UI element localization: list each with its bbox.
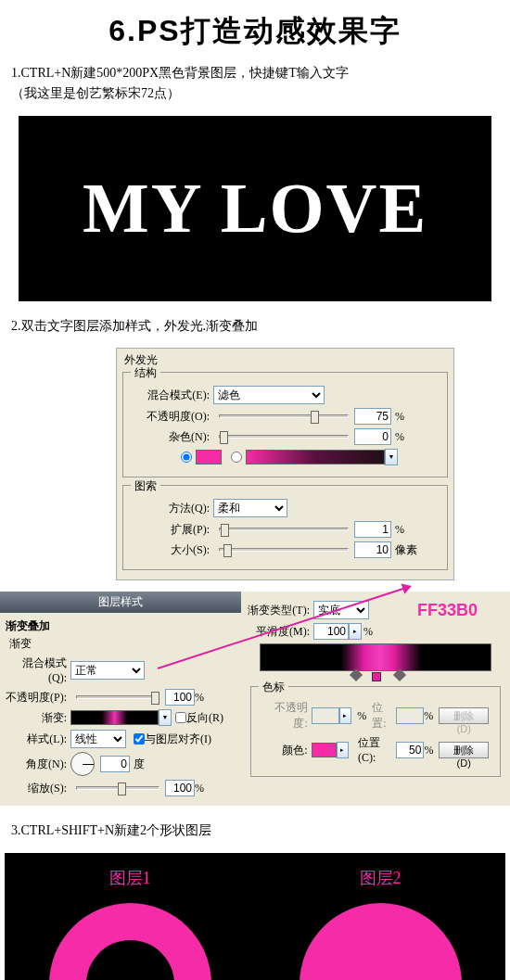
tutorial-title: 6.PS打造动感效果字 xyxy=(0,0,510,59)
ls-section: 渐变叠加 xyxy=(6,618,236,634)
blend-mode-select[interactable]: 滤色 xyxy=(213,386,325,404)
stops-legend: 色标 xyxy=(259,680,288,695)
gradient-editor-bar[interactable] xyxy=(260,643,491,671)
gtype-label: 渐变类型(T): xyxy=(247,603,313,618)
size-slider[interactable] xyxy=(219,548,349,552)
structure-fieldset: 结构 混合模式(E): 滤色 不透明度(O): % 杂色(N): % xyxy=(122,372,448,477)
opacity-slider[interactable] xyxy=(219,414,349,418)
pos-input[interactable] xyxy=(396,742,424,758)
ring-shape xyxy=(49,903,211,980)
gradient-swatch[interactable] xyxy=(246,450,385,465)
pct-unit: % xyxy=(363,625,373,639)
spread-input[interactable] xyxy=(354,521,391,538)
delete-button[interactable]: 删除(D) xyxy=(439,742,489,758)
ls-blend-select[interactable]: 正常 xyxy=(70,661,145,680)
pct-unit: % xyxy=(195,782,204,795)
pct-unit: % xyxy=(395,523,404,537)
spread-slider[interactable] xyxy=(219,528,349,531)
step1-text: 1.CTRL+N新建500*200PX黑色背景图层，快捷键T输入文字 （我这里是… xyxy=(0,59,510,108)
gradient-editor-panel: FF33B0 渐变类型(T): 实底 平滑度(M): ▸ % 色标 不透明度: … xyxy=(241,592,510,806)
pct-unit: % xyxy=(395,410,404,424)
smooth-dd[interactable]: ▸ xyxy=(349,623,362,640)
elements-legend: 图索 xyxy=(131,478,160,494)
layer1-label: 图层1 xyxy=(109,867,151,889)
stop-marker[interactable] xyxy=(350,668,363,681)
ls-blend-label: 混合模式(Q): xyxy=(6,655,70,685)
structure-legend: 结构 xyxy=(131,365,160,381)
ls-gradient-preview[interactable] xyxy=(70,710,159,725)
pos-label: 位置(C): xyxy=(358,735,396,765)
stop-color-swatch[interactable] xyxy=(312,743,337,757)
gradient-dropdown[interactable]: ▼ xyxy=(385,449,398,465)
method-select[interactable]: 柔和 xyxy=(213,499,287,517)
step1-line1: 1.CTRL+N新建500*200PX黑色背景图层，快捷键T输入文字 xyxy=(11,66,349,80)
canvas-text: MY LOVE xyxy=(83,168,427,248)
stops-fieldset: 色标 不透明度: ▸% 位置: % 删除(D) 颜色: ▸ 位置(C): % 删… xyxy=(250,686,501,777)
canvas-preview-1: MY LOVE xyxy=(19,116,491,301)
layer2-cell: 图层2 椭圆工 xyxy=(255,853,505,980)
stop-marker[interactable] xyxy=(393,668,406,681)
ls-angle-input[interactable] xyxy=(100,756,130,772)
align-checkbox[interactable] xyxy=(134,733,145,745)
ls-sub: 渐变 xyxy=(6,636,236,652)
spread-label: 扩展(P): xyxy=(134,522,213,538)
layer-style-panels: 图层样式 渐变叠加 渐变 混合模式(Q): 正常 不透明度(P): % 渐变: … xyxy=(0,592,510,806)
ls-opacity-input[interactable] xyxy=(165,689,195,706)
stop-pos-input xyxy=(396,707,424,724)
ls-style-label: 样式(L): xyxy=(6,732,70,747)
pct-unit: % xyxy=(395,430,404,444)
align-label: 与图层对齐(I) xyxy=(145,732,211,747)
stop-pos-label: 位置: xyxy=(372,700,396,732)
hex-annotation: FF33B0 xyxy=(417,601,478,620)
canvas-preview-3: 图层1 快捷键U自定义形状 图层2 椭圆工 shancun xyxy=(5,853,505,980)
step2-text: 2.双击文字图层添加样式，外发光.渐变叠加 xyxy=(0,312,510,340)
step1-line2: （我这里是创艺繁标宋72点） xyxy=(11,86,180,100)
step3-text: 3.CTRL+SHIFT+N新建2个形状图层 xyxy=(0,817,510,845)
size-unit: 像素 xyxy=(395,542,417,558)
elements-fieldset: 图索 方法(Q): 柔和 扩展(P): % 大小(S): 像素 xyxy=(122,485,448,570)
layer-style-left: 图层样式 渐变叠加 渐变 混合模式(Q): 正常 不透明度(P): % 渐变: … xyxy=(0,592,241,806)
angle-unit: 度 xyxy=(134,757,145,772)
ls-gradient-label: 渐变: xyxy=(6,710,70,726)
color-dd[interactable]: ▸ xyxy=(337,742,349,758)
ls-style-select[interactable]: 线性 xyxy=(70,730,126,748)
angle-dial[interactable] xyxy=(70,752,95,776)
outer-glow-panel: 外发光 结构 混合模式(E): 滤色 不透明度(O): % 杂色(N): xyxy=(116,348,454,580)
noise-slider[interactable] xyxy=(219,435,349,439)
stop-opacity-input xyxy=(312,707,339,724)
color-swatch[interactable] xyxy=(196,450,222,465)
gradient-radio[interactable] xyxy=(231,452,242,463)
ls-gradient-dd[interactable]: ▼ xyxy=(159,709,172,726)
size-input[interactable] xyxy=(354,541,391,558)
gtype-select[interactable]: 实底 xyxy=(313,601,369,619)
ls-opacity-slider[interactable] xyxy=(76,695,159,699)
ls-angle-label: 角度(N): xyxy=(6,757,70,772)
circle-shape xyxy=(300,903,462,980)
ls-scale-slider[interactable] xyxy=(76,786,159,790)
layer2-label: 图层2 xyxy=(360,867,402,889)
reverse-label: 反向(R) xyxy=(186,710,223,726)
pct-unit: % xyxy=(424,709,433,723)
ls-scale-label: 缩放(S): xyxy=(6,781,70,796)
opacity-label: 不透明度(O): xyxy=(134,409,213,425)
pct-unit: % xyxy=(424,744,433,757)
opacity-input[interactable] xyxy=(354,408,391,425)
noise-input[interactable] xyxy=(354,428,391,445)
stop-opacity-label: 不透明度: xyxy=(262,700,312,732)
outer-glow-title: 外发光 xyxy=(119,350,452,370)
color-radio[interactable] xyxy=(181,452,192,463)
color-stop[interactable] xyxy=(372,672,381,681)
smooth-input[interactable] xyxy=(313,623,349,640)
layer1-cell: 图层1 快捷键U自定义形状 xyxy=(5,853,255,980)
ls-opacity-label: 不透明度(P): xyxy=(6,690,70,706)
color-label: 颜色: xyxy=(262,743,312,758)
dd: ▸ xyxy=(339,707,351,724)
method-label: 方法(Q): xyxy=(134,501,213,516)
reverse-checkbox[interactable] xyxy=(175,712,186,723)
blend-mode-label: 混合模式(E): xyxy=(134,388,213,403)
delete-button: 删除(D) xyxy=(439,707,489,724)
pct-unit: % xyxy=(195,691,204,705)
size-label: 大小(S): xyxy=(134,542,213,558)
ls-scale-input[interactable] xyxy=(165,780,195,796)
pct-unit: % xyxy=(357,709,366,723)
